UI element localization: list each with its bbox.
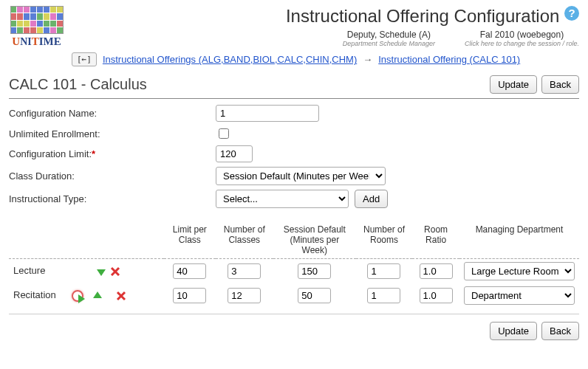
- update-button-bottom[interactable]: Update: [490, 322, 537, 340]
- row-label: Lecture: [13, 265, 45, 276]
- back-button[interactable]: Back: [541, 75, 579, 94]
- col-num-rooms: Number of Rooms: [356, 221, 412, 259]
- add-button[interactable]: Add: [355, 190, 388, 208]
- offering-heading: CALC 101 - Calculus: [9, 76, 147, 93]
- breadcrumb: [←] Instructional Offerings (ALG,BAND,BI…: [9, 52, 579, 66]
- breadcrumb-link-offering[interactable]: Instructional Offering (CALC 101): [378, 54, 520, 65]
- num-classes-input[interactable]: [228, 263, 261, 279]
- session-label: Fal 2010 (woebegon): [465, 30, 579, 40]
- instructional-type-label: Instructional Type:: [9, 193, 216, 204]
- update-button[interactable]: Update: [490, 75, 537, 94]
- config-name-label: Configuration Name:: [9, 108, 216, 119]
- limit-input[interactable]: [173, 288, 206, 303]
- session-default-input[interactable]: [298, 288, 331, 303]
- col-room-ratio: Room Ratio: [412, 221, 459, 259]
- class-duration-label: Class Duration:: [9, 170, 216, 182]
- move-up-icon[interactable]: [92, 290, 103, 302]
- user-name: Deputy, Schedule (A): [343, 30, 435, 40]
- row-label: Recitation: [13, 289, 56, 300]
- session-default-input[interactable]: [298, 263, 331, 279]
- svg-marker-0: [97, 269, 106, 276]
- unlimited-enrollment-checkbox[interactable]: [219, 128, 229, 139]
- room-ratio-input[interactable]: [420, 288, 453, 303]
- app-logo: UNITIME: [9, 6, 64, 48]
- session-switcher[interactable]: Fal 2010 (woebegon) Click here to change…: [465, 30, 579, 47]
- config-limit-label: Configuration Limit:*: [9, 148, 216, 159]
- num-rooms-input[interactable]: [367, 288, 400, 303]
- num-classes-input[interactable]: [228, 288, 261, 303]
- logo-text: UNITIME: [12, 35, 61, 48]
- breadcrumb-link-offerings[interactable]: Instructional Offerings (ALG,BAND,BIOL,C…: [103, 54, 357, 65]
- table-row: Recitation: [9, 283, 579, 308]
- manage-dept-select[interactable]: Department: [464, 286, 575, 305]
- breadcrumb-sep-arrow: →: [363, 54, 372, 65]
- logo-grid: [10, 6, 64, 34]
- limit-input[interactable]: [173, 263, 206, 279]
- back-button-bottom[interactable]: Back: [541, 322, 579, 340]
- config-name-input[interactable]: [216, 105, 319, 122]
- session-hint: Click here to change the session / role.: [465, 40, 579, 47]
- help-icon[interactable]: ?: [564, 6, 579, 21]
- move-down-icon[interactable]: [95, 266, 107, 277]
- config-limit-input[interactable]: [216, 145, 253, 162]
- room-ratio-input[interactable]: [420, 263, 453, 279]
- table-row: Lecture Large Lecture Room: [9, 259, 579, 284]
- manage-dept-select[interactable]: Large Lecture Room: [464, 262, 575, 280]
- col-manage-dept: Managing Department: [459, 221, 579, 259]
- col-limit: Limit per Class: [164, 221, 216, 259]
- unlimited-enrollment-label: Unlimited Enrollment:: [9, 128, 216, 139]
- user-role: Department Schedule Manager: [343, 40, 435, 47]
- col-session-default: Session Default (Minutes per Week): [273, 221, 356, 259]
- delete-icon[interactable]: [109, 266, 121, 277]
- class-duration-select[interactable]: Session Default (Minutes per Week): [216, 167, 386, 185]
- delete-icon[interactable]: [115, 290, 127, 302]
- page-title: Instructional Offering Configuration ?: [64, 6, 579, 27]
- col-num-classes: Number of Classes: [216, 221, 273, 259]
- instructional-type-select[interactable]: Select...: [216, 190, 349, 208]
- indent-right-icon[interactable]: [72, 290, 83, 302]
- num-rooms-input[interactable]: [367, 263, 400, 279]
- svg-marker-4: [93, 292, 102, 298]
- breadcrumb-back-button[interactable]: [←]: [72, 52, 97, 66]
- svg-marker-3: [78, 294, 85, 303]
